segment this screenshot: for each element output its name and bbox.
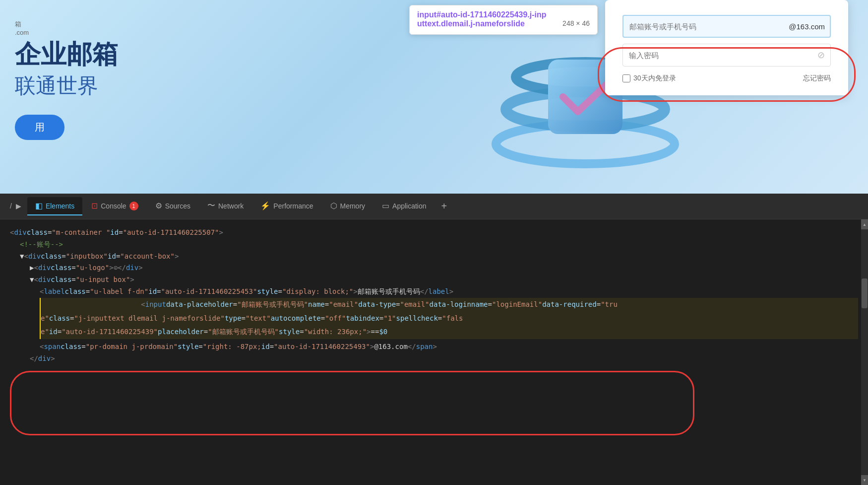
subtitle: 联通世界 bbox=[15, 72, 118, 100]
main-title: 企业邮箱 bbox=[15, 39, 118, 69]
tab-console-label: Console bbox=[101, 202, 126, 210]
scroll-track bbox=[861, 229, 868, 475]
tab-elements-label: Elements bbox=[46, 202, 74, 210]
scroll-thumb[interactable] bbox=[862, 278, 868, 308]
code-line-1: <div class="m-container " id="auto-id-17… bbox=[10, 227, 858, 239]
code-line-4: ▶ <div class="u-logo" > ⊙ </div> bbox=[30, 262, 858, 274]
tab-performance-label: Performance bbox=[273, 202, 313, 210]
code-line-6: <label class="u-label f-dn" id="auto-id-… bbox=[40, 286, 858, 298]
code-line-5: ▼ <div class="u-input box" > bbox=[30, 274, 858, 286]
network-icon: 〜 bbox=[207, 201, 215, 211]
code-line-8-cont: e" class="j-inputtext dlemail j-namefors… bbox=[40, 312, 858, 326]
remember-checkbox[interactable] bbox=[622, 74, 630, 82]
devtools-content-area: <div class="m-container " id="auto-id-17… bbox=[0, 219, 868, 485]
application-icon: ▭ bbox=[382, 201, 389, 210]
remember-text: 30天内免登录 bbox=[633, 74, 676, 83]
code-line-9-cont: e" id="auto-id- 1711460225439" placehold… bbox=[40, 325, 858, 339]
element-tooltip: input#auto-id-1711460225439.j-inp uttext… bbox=[409, 5, 598, 35]
tab-elements[interactable]: ◧ Elements bbox=[27, 197, 82, 215]
tab-application[interactable]: ▭ Application bbox=[374, 197, 434, 215]
email-input-wrapper: @163.com bbox=[622, 15, 831, 38]
code-line-10: <span class="pr-domain j-prdomain" style… bbox=[40, 341, 858, 353]
tab-network-label: Network bbox=[218, 202, 244, 210]
tab-sources[interactable]: ⚙ Sources bbox=[147, 197, 198, 215]
password-input-wrapper: ⊘ bbox=[622, 44, 831, 67]
console-error-badge: 1 bbox=[129, 202, 138, 210]
scroll-up-button[interactable]: ▲ bbox=[861, 219, 868, 229]
tab-network[interactable]: 〜 Network bbox=[199, 197, 251, 216]
eye-icon: ⊘ bbox=[817, 50, 825, 61]
trial-button[interactable]: 用 bbox=[15, 115, 64, 140]
code-editor[interactable]: <div class="m-container " id="auto-id-17… bbox=[0, 219, 868, 485]
scroll-down-button[interactable]: ▼ bbox=[861, 475, 868, 485]
tab-memory[interactable]: ⬡ Memory bbox=[322, 197, 373, 215]
email-domain-suffix: @163.com bbox=[789, 22, 825, 31]
forgot-password-link[interactable]: 忘记密码 bbox=[803, 74, 831, 83]
code-line-2: <!--账号--> bbox=[20, 239, 858, 251]
devtools-panel: / ▶ ◧ Elements ⊡ Console 1 ⚙ Sources 〜 N… bbox=[0, 194, 868, 485]
tab-sources-label: Sources bbox=[165, 202, 190, 210]
console-icon: ⊡ bbox=[91, 201, 98, 210]
code-line-7-selected: <input data-placeholder="邮箱账号或手机号码" name… bbox=[40, 298, 858, 312]
breadcrumb-indicator: / ▶ bbox=[5, 198, 26, 215]
tab-application-label: Application bbox=[392, 202, 427, 210]
tooltip-size: 248 × 46 bbox=[562, 19, 590, 27]
devtools-scrollbar[interactable]: ▲ ▼ bbox=[861, 219, 868, 485]
devtools-tabs-bar: / ▶ ◧ Elements ⊡ Console 1 ⚙ Sources 〜 N… bbox=[0, 194, 868, 219]
tab-console[interactable]: ⊡ Console 1 bbox=[83, 197, 146, 215]
login-panel: @163.com ⊘ 30天内免登录 忘记密码 bbox=[605, 0, 848, 95]
website-preview: 箱 .com 企业邮箱 联通世界 用 bbox=[0, 0, 868, 194]
password-input[interactable] bbox=[622, 44, 831, 67]
add-tab-button[interactable]: + bbox=[435, 197, 453, 216]
remember-label[interactable]: 30天内免登录 bbox=[622, 74, 676, 83]
website-left-content: 箱 .com 企业邮箱 联通世界 用 bbox=[15, 20, 118, 140]
sources-icon: ⚙ bbox=[155, 201, 162, 210]
memory-icon: ⬡ bbox=[330, 201, 337, 210]
small-label: 箱 .com bbox=[15, 20, 118, 36]
tab-performance[interactable]: ⚡ Performance bbox=[252, 197, 321, 215]
code-line-11: </div> bbox=[30, 353, 858, 365]
code-line-3: ▼ <div class="inputbox" id="account-box"… bbox=[20, 251, 858, 263]
tab-memory-label: Memory bbox=[340, 202, 366, 210]
elements-icon: ◧ bbox=[35, 201, 43, 210]
login-options: 30天内免登录 忘记密码 bbox=[622, 74, 831, 83]
performance-icon: ⚡ bbox=[260, 201, 270, 210]
